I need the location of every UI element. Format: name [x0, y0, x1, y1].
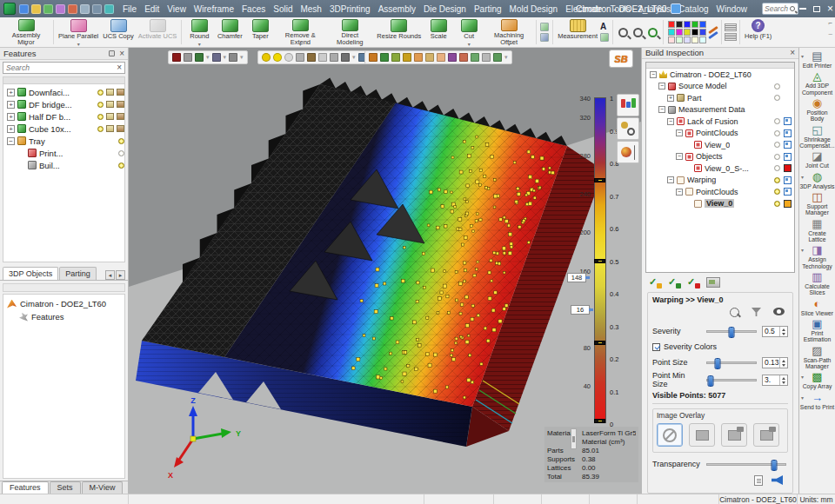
- print-icon[interactable]: [68, 4, 77, 14]
- tree-row[interactable]: −PointClouds: [646, 186, 794, 198]
- tab-scroll-left-icon[interactable]: ◂: [105, 270, 115, 280]
- hide-icon[interactable]: [296, 53, 304, 62]
- visibility-bulb-icon[interactable]: [774, 130, 780, 136]
- ucs-tool-icon[interactable]: [540, 23, 549, 31]
- color-swatch[interactable]: [691, 21, 698, 28]
- point-filter-button[interactable]: [617, 117, 639, 140]
- annotation-tool-icon[interactable]: [600, 33, 609, 42]
- zoom-selected-icon[interactable]: [648, 28, 658, 37]
- slice-viewer-button[interactable]: ◐Slice Viewer: [799, 297, 835, 317]
- overlay-image-button[interactable]: [689, 423, 715, 447]
- menu-item[interactable]: Window: [717, 4, 748, 14]
- features-search-input[interactable]: ×: [3, 62, 125, 74]
- color-swatch[interactable]: [691, 29, 698, 36]
- tree-row[interactable]: + Downfaci...: [3, 86, 124, 98]
- visibility-bulb-icon[interactable]: [774, 95, 780, 101]
- tab-features[interactable]: Features: [2, 481, 49, 494]
- visibility-bulb-icon[interactable]: [97, 126, 104, 132]
- color-swatch[interactable]: [668, 21, 675, 28]
- color-swatch[interactable]: [676, 21, 683, 28]
- features-search-field[interactable]: [6, 63, 117, 72]
- tab-sets[interactable]: Sets: [50, 481, 81, 494]
- zoom-window-icon[interactable]: [633, 28, 643, 37]
- doc-root-row[interactable]: Cimatron - DOE2_LT60: [3, 297, 124, 310]
- tree-row[interactable]: + Half DF b...: [3, 110, 124, 123]
- colorbar-marker[interactable]: [594, 178, 605, 182]
- select-body-icon[interactable]: [195, 53, 204, 62]
- color-swatch[interactable]: [676, 29, 683, 36]
- close-button[interactable]: ×: [827, 3, 833, 14]
- build-inspection-close-icon[interactable]: ×: [790, 49, 795, 57]
- inspect-point-icon[interactable]: [730, 308, 739, 317]
- open-icon[interactable]: [31, 4, 41, 14]
- color-swatch[interactable]: [668, 29, 675, 36]
- color-swatch[interactable]: [699, 29, 706, 36]
- help-button[interactable]: Help (F1): [743, 18, 773, 46]
- measurement-button[interactable]: Measurement: [556, 18, 599, 46]
- color-swatch[interactable]: [699, 21, 706, 28]
- severity-spinbox[interactable]: 0.5: [762, 326, 788, 337]
- colorbar-callout-bottom[interactable]: 16: [571, 305, 590, 315]
- shrinkage-compensat-button[interactable]: ◱Shrinkage Compensat...: [799, 123, 835, 150]
- resize-rounds-button[interactable]: Resize Rounds: [375, 18, 423, 46]
- position-body-button[interactable]: ◉Position Body: [799, 96, 835, 123]
- color-swatch[interactable]: [684, 36, 691, 43]
- ucs-top-icon[interactable]: [380, 53, 389, 62]
- ucs-next-icon[interactable]: [482, 53, 491, 62]
- auto-color-badge[interactable]: [784, 129, 792, 137]
- snapshot-button[interactable]: [706, 277, 720, 288]
- tab-3dp-objects[interactable]: 3DP Objects: [3, 267, 58, 280]
- material-scrollbar[interactable]: [571, 428, 577, 449]
- tree-row[interactable]: +Part: [646, 92, 794, 104]
- menu-item[interactable]: Solid: [273, 4, 292, 14]
- tree-row[interactable]: − Tray: [3, 135, 124, 147]
- pick-filter-icon[interactable]: [212, 53, 221, 62]
- color-swatch[interactable]: [699, 36, 706, 43]
- ucs-custom-icon[interactable]: [493, 53, 502, 62]
- create-lattice-button[interactable]: ▦Create Lattice: [799, 217, 835, 244]
- tree-row-selected[interactable]: View_0: [646, 197, 794, 209]
- tree-row[interactable]: −Objects: [646, 150, 794, 162]
- visibility-bulb-icon[interactable]: [118, 150, 124, 156]
- spin-down-icon[interactable]: [780, 362, 787, 368]
- axes-tool-icon[interactable]: [540, 33, 549, 42]
- search-icon[interactable]: [790, 6, 795, 11]
- display-stripes-icon[interactable]: [725, 23, 737, 31]
- color-map-button[interactable]: [617, 94, 639, 116]
- viewport-3d[interactable]: Z Y X ▾ ▾ ▾ ▾ ▾: [129, 48, 641, 494]
- undo-icon[interactable]: [80, 4, 90, 14]
- point-min-size-slider[interactable]: [706, 379, 757, 381]
- plane-parallel-button[interactable]: Plane Parallel: [57, 18, 100, 46]
- visibility-bulb-icon[interactable]: [97, 90, 104, 96]
- visibility-bulb-icon[interactable]: [118, 138, 124, 144]
- bulb-on-icon[interactable]: [262, 53, 271, 62]
- overlay-none-button[interactable]: [657, 423, 683, 447]
- publish-icon[interactable]: [772, 475, 783, 485]
- severity-slider[interactable]: [706, 330, 757, 333]
- visibility-bulb-icon[interactable]: [774, 201, 780, 207]
- copy-array-button[interactable]: ▾▩Copy Array: [799, 370, 835, 390]
- auto-color-badge[interactable]: [784, 141, 792, 149]
- assembly-mirror-button[interactable]: Assembly Mirror: [2, 18, 50, 46]
- auto-color-badge[interactable]: [784, 117, 792, 125]
- visibility-bulb-icon[interactable]: [774, 189, 780, 195]
- delete-selection-icon[interactable]: [172, 53, 181, 62]
- selection-box-icon[interactable]: [229, 53, 237, 62]
- maximize-button[interactable]: [813, 6, 820, 12]
- transparency-icon[interactable]: [330, 53, 338, 62]
- shade-icon[interactable]: [307, 53, 316, 62]
- texture-icon[interactable]: [725, 33, 737, 41]
- remove-extend-button[interactable]: Remove & Extend: [276, 18, 324, 46]
- severity-colors-checkbox[interactable]: Severity Colors: [652, 340, 788, 354]
- menu-item[interactable]: Mold Design: [510, 4, 558, 14]
- bulb-off-icon[interactable]: [284, 53, 293, 62]
- text-tool-icon[interactable]: A: [600, 23, 609, 31]
- menu-item[interactable]: Die Design: [424, 4, 466, 14]
- spin-down-icon[interactable]: [780, 331, 787, 336]
- point-min-size-spinbox[interactable]: 3.: [762, 375, 788, 386]
- assign-technology-button[interactable]: ▾◨Assign Technology: [799, 243, 835, 270]
- save-icon[interactable]: [19, 4, 29, 14]
- visibility-bulb-icon[interactable]: [774, 165, 780, 171]
- visibility-bulb-icon[interactable]: [774, 154, 780, 160]
- tree-row[interactable]: Buil...: [3, 159, 124, 171]
